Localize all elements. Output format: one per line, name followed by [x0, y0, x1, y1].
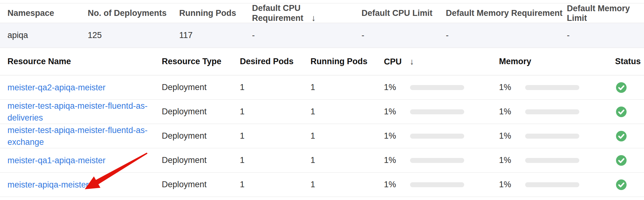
default-memory-limit-value: - — [567, 31, 644, 40]
namespace-row-apiqa: apiqa 125 117 - - - - — [0, 23, 644, 48]
table-row: meister-qa2-apiqa-meister Deployment 1 1… — [0, 75, 644, 100]
default-cpu-requirement-value: - — [252, 31, 362, 40]
resource-link-meister-apiqa-meister[interactable]: meister-apiqa-meister — [7, 179, 89, 191]
cpu-usage-bar — [410, 158, 464, 163]
desired-pods-value: 1 — [240, 107, 310, 117]
memory-usage-cell: 1% — [499, 131, 615, 141]
memory-usage-cell: 1% — [499, 180, 615, 189]
status-cell — [615, 107, 644, 117]
cpu-usage-bar — [410, 85, 464, 90]
memory-usage-bar — [525, 109, 579, 114]
running-pods-value: 1 — [310, 107, 384, 117]
column-header-default-memory-limit: Default Memory Limit — [567, 4, 644, 23]
cpu-usage-cell: 1% — [384, 131, 499, 141]
column-header-namespace: Namespace — [7, 8, 88, 18]
running-pods-value: 1 — [310, 83, 384, 92]
memory-usage-bar — [525, 158, 579, 163]
memory-percent: 1% — [499, 83, 525, 92]
column-header-default-cpu-limit: Default CPU Limit — [362, 8, 446, 18]
memory-usage-cell: 1% — [499, 107, 615, 117]
resource-link-meister-test-apiqa-meister-fluentd-as-deliveries[interactable]: meister-test-apiqa-meister-fluentd-as-de… — [7, 100, 152, 124]
memory-usage-bar — [525, 85, 579, 90]
cpu-usage-bar — [410, 134, 464, 139]
cpu-usage-cell: 1% — [384, 83, 499, 92]
cpu-usage-cell: 1% — [384, 180, 499, 189]
cpu-usage-cell: 1% — [384, 155, 499, 165]
cpu-percent: 1% — [384, 180, 410, 189]
desired-pods-value: 1 — [240, 131, 310, 141]
resource-link-meister-qa1-apiqa-meister[interactable]: meister-qa1-apiqa-meister — [7, 155, 105, 166]
resource-link-meister-qa2-apiqa-meister[interactable]: meister-qa2-apiqa-meister — [7, 82, 105, 93]
cpu-percent: 1% — [384, 131, 410, 141]
table-row: meister-qa1-apiqa-meister Deployment 1 1… — [0, 148, 644, 173]
deployments-dashboard: Namespace No. of Deployments Running Pod… — [0, 3, 644, 200]
memory-usage-cell: 1% — [499, 155, 615, 165]
namespace-name: apiqa — [7, 31, 88, 40]
cpu-usage-bar — [410, 182, 464, 187]
status-cell — [615, 82, 644, 93]
running-pods-value: 1 — [310, 155, 384, 165]
status-cell — [615, 131, 644, 141]
memory-usage-cell: 1% — [499, 83, 615, 92]
column-header-resource-name: Resource Name — [7, 57, 162, 66]
desired-pods-value: 1 — [240, 180, 310, 189]
status-ok-icon — [616, 179, 627, 190]
status-cell — [615, 155, 644, 166]
default-memory-requirement-value: - — [446, 31, 567, 40]
sort-descending-icon[interactable]: ↓ — [311, 13, 316, 23]
running-pods-count: 117 — [179, 31, 252, 40]
status-ok-icon — [616, 131, 627, 141]
cpu-percent: 1% — [384, 107, 410, 117]
status-ok-icon — [616, 82, 627, 93]
memory-percent: 1% — [499, 180, 525, 189]
column-header-default-memory-requirement: Default Memory Requirement — [446, 8, 567, 18]
cpu-usage-cell: 1% — [384, 107, 499, 117]
column-header-running-pods: Running Pods — [310, 57, 384, 66]
status-cell — [615, 179, 644, 190]
resource-type: Deployment — [162, 131, 240, 141]
default-cpu-limit-value: - — [362, 31, 446, 40]
resource-link-meister-test-apiqa-meister-fluentd-as-exchange[interactable]: meister-test-apiqa-meister-fluentd-as-ex… — [7, 124, 152, 148]
cpu-percent: 1% — [384, 155, 410, 165]
cpu-usage-bar — [410, 109, 464, 114]
resource-type: Deployment — [162, 83, 240, 92]
status-ok-icon — [616, 155, 627, 166]
column-header-resource-type: Resource Type — [162, 57, 240, 66]
table-row: meister-test-apiqa-meister-fluentd-as-ex… — [0, 124, 644, 148]
column-header-no-of-deployments: No. of Deployments — [88, 8, 179, 18]
column-header-memory: Memory — [499, 57, 615, 66]
column-header-desired-pods: Desired Pods — [240, 57, 310, 66]
memory-percent: 1% — [499, 107, 525, 117]
resources-table-header: Resource Name Resource Type Desired Pods… — [0, 48, 644, 75]
table-row: meister-apiqa-meister Deployment 1 1 1% … — [0, 173, 644, 197]
memory-usage-bar — [525, 182, 579, 187]
memory-usage-bar — [525, 134, 579, 139]
status-ok-icon — [616, 107, 627, 117]
column-header-default-cpu-requirement[interactable]: Default CPU Requirement↓ — [252, 3, 362, 23]
cpu-percent: 1% — [384, 83, 410, 92]
desired-pods-value: 1 — [240, 155, 310, 165]
table-row: meister-test-apiqa-meister-fluentd-as-de… — [0, 100, 644, 124]
resource-type: Deployment — [162, 180, 240, 189]
memory-percent: 1% — [499, 131, 525, 141]
column-header-status: Status — [615, 57, 644, 66]
namespace-table-header: Namespace No. of Deployments Running Pod… — [0, 3, 644, 23]
desired-pods-value: 1 — [240, 83, 310, 92]
resource-type: Deployment — [162, 107, 240, 117]
column-header-running-pods: Running Pods — [179, 8, 252, 18]
running-pods-value: 1 — [310, 131, 384, 141]
resource-type: Deployment — [162, 155, 240, 165]
deployments-count: 125 — [88, 31, 179, 40]
memory-percent: 1% — [499, 155, 525, 165]
running-pods-value: 1 — [310, 180, 384, 189]
sort-descending-icon[interactable]: ↓ — [410, 57, 414, 66]
column-header-cpu[interactable]: CPU↓ — [384, 57, 499, 67]
